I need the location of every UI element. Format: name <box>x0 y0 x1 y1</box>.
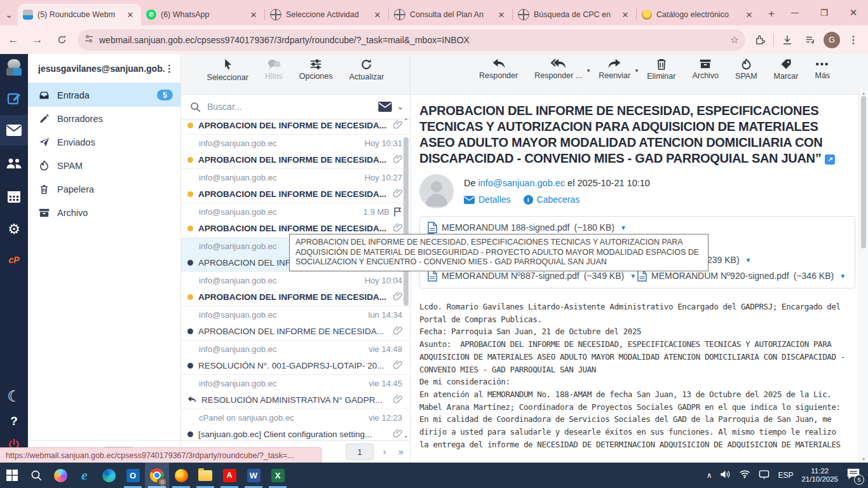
scroll-up-icon[interactable]: ▲ <box>403 116 409 121</box>
search-bar[interactable]: Buscar... ⌄ <box>181 94 410 119</box>
message-row[interactable]: info@sanjuan.gob.ecHoy 10:04 APROBACION … <box>181 272 410 306</box>
acrobat-button[interactable]: A <box>217 463 241 488</box>
open-in-new-window-icon[interactable]: ↗ <box>825 154 835 165</box>
help-icon[interactable]: ? <box>10 414 18 428</box>
refresh-button[interactable]: Actualizar <box>349 58 384 81</box>
tab-search-chevron-icon[interactable]: ⌄ <box>0 4 18 25</box>
wifi-icon[interactable] <box>739 470 750 481</box>
taskbar-search-button[interactable] <box>24 463 48 488</box>
mail-icon[interactable] <box>0 115 28 146</box>
forward-button[interactable]: Reenviar ▾ <box>599 58 630 80</box>
options-button[interactable]: Opciones <box>299 58 333 81</box>
firefox-button[interactable] <box>169 463 193 488</box>
outlook-button[interactable]: O <box>121 463 145 488</box>
message-row[interactable]: cPanel on sanjuan.gob.ecvie 12:23 [sanju… <box>181 409 410 444</box>
scroll-up-icon[interactable]: ▲ <box>860 91 867 95</box>
attachment-menu-caret-icon[interactable]: ▼ <box>839 273 846 280</box>
tab-consulta-plan[interactable]: Consulta del Plan An ✕ <box>389 4 512 25</box>
from-email-link[interactable]: info@sanjuan.gob.ec <box>478 178 565 188</box>
forward-icon[interactable]: → <box>27 29 48 51</box>
reader-scrollbar[interactable]: ▲ ▼ <box>858 90 868 463</box>
list-scrollbar[interactable]: ▲ ▼ <box>403 114 409 440</box>
internet-explorer-button[interactable]: e <box>72 463 97 488</box>
excel-button[interactable]: X <box>266 463 290 488</box>
more-button[interactable]: ••• Más <box>815 58 830 80</box>
archive-button[interactable]: Archivo <box>692 58 719 80</box>
close-window-button[interactable]: ✕ <box>839 0 868 25</box>
search-options-caret-icon[interactable]: ⌄ <box>397 102 403 111</box>
headers-link[interactable]: i Cabeceras <box>524 194 580 205</box>
file-explorer-button[interactable] <box>193 463 217 488</box>
reply-button[interactable]: Responder <box>479 58 518 80</box>
folder-entrada[interactable]: Entrada 5 <box>28 83 180 107</box>
reply-all-caret-icon[interactable]: ▾ <box>587 67 590 74</box>
account-header[interactable]: jesusgavilanes@sanjuan.gob.... ⋮ <box>28 54 180 83</box>
minimize-button[interactable]: — <box>780 0 810 25</box>
message-row[interactable]: info@sanjuan.gob.ec 1.9 MB APROBACION DE… <box>181 203 410 238</box>
folder-borradores[interactable]: Borradores <box>28 107 180 130</box>
folder-spam[interactable]: SPAM <box>28 154 180 177</box>
message-row[interactable]: info@sanjuan.gob.ecHoy 10:31 APROBACION … <box>181 135 410 169</box>
mark-button[interactable]: Marcar <box>774 58 799 81</box>
reading-list-icon[interactable] <box>801 30 820 50</box>
attachment-item[interactable]: MEMORANDUM Nº887-signed.pdf (~349 KB) ▼ <box>428 270 636 281</box>
tray-expand-icon[interactable]: ∧ <box>707 471 712 480</box>
site-info-icon[interactable] <box>84 34 94 46</box>
word-button[interactable]: W <box>241 463 266 488</box>
attachment-menu-caret-icon[interactable]: ▼ <box>630 273 636 280</box>
flag-icon[interactable] <box>393 207 402 217</box>
list-scrollbar-thumb[interactable] <box>403 137 409 306</box>
tab-seleccione-actividad[interactable]: Seleccione Actividad ✕ <box>265 4 388 25</box>
folder-papelera[interactable]: Papelera <box>28 177 180 201</box>
message-row[interactable]: info@sanjuan.gob.ecHoy 10:27 APROBACION … <box>181 169 410 203</box>
tab-busqueda-cpc[interactable]: Búsqueda de CPC en ✕ <box>513 4 636 25</box>
calendar-icon[interactable] <box>0 184 28 209</box>
extensions-icon[interactable] <box>750 30 770 50</box>
restore-button[interactable]: ❐ <box>810 0 839 25</box>
attachment-item[interactable]: MEMORANDUM 188-signed.pdf (~180 KB) ▼ <box>428 222 627 233</box>
scroll-down-icon[interactable]: ▼ <box>860 457 867 461</box>
folder-archivo[interactable]: Archivo <box>28 201 180 224</box>
attachment-menu-caret-icon[interactable]: ▼ <box>745 257 752 264</box>
search-placeholder[interactable]: Buscar... <box>207 102 378 112</box>
profile-avatar[interactable]: G <box>824 32 840 48</box>
tab-catalogo-electronico[interactable]: Catálogo electrónico ✕ <box>637 4 760 25</box>
reader-scrollbar-thumb[interactable] <box>861 96 866 248</box>
reply-all-button[interactable]: Responder ... ▾ <box>534 58 582 80</box>
tab-close-icon[interactable]: ✕ <box>248 9 259 20</box>
tab-close-icon[interactable]: ✕ <box>372 9 383 20</box>
forward-caret-icon[interactable]: ▾ <box>635 67 639 74</box>
scroll-down-icon[interactable]: ▼ <box>403 435 409 439</box>
notification-center-button[interactable]: 5 <box>846 468 862 483</box>
delete-button[interactable]: Eliminar <box>647 58 675 81</box>
message-row[interactable]: info@sanjuan.gob.ecvie 14:45 RESOLUCIÓN … <box>181 375 410 409</box>
back-icon[interactable]: ← <box>3 29 24 51</box>
url-bar[interactable]: webmail.sanjuan.gob.ec/cpsess9740179367/… <box>78 29 745 51</box>
language-indicator[interactable]: ESP <box>778 471 793 480</box>
tab-whatsapp[interactable]: ✆ (6) WhatsApp ✕ <box>141 4 264 25</box>
folder-enviados[interactable]: Enviados <box>28 130 180 154</box>
threads-button[interactable]: Hilos <box>265 58 283 81</box>
tab-close-icon[interactable]: ✕ <box>125 9 136 20</box>
details-link[interactable]: Detalles <box>464 194 511 205</box>
select-button[interactable]: Seleccionar <box>207 58 248 82</box>
tab-close-icon[interactable]: ✕ <box>743 9 755 20</box>
edge-button[interactable] <box>97 463 121 488</box>
volume-icon[interactable] <box>720 470 731 482</box>
downloads-icon[interactable] <box>778 30 797 50</box>
roundcube-logo-icon[interactable] <box>6 59 22 76</box>
bookmark-star-icon[interactable]: ☆ <box>730 34 739 46</box>
url-text[interactable]: webmail.sanjuan.gob.ec/cpsess9740179367/… <box>99 35 730 45</box>
compose-icon[interactable] <box>0 86 28 111</box>
tab-close-icon[interactable]: ✕ <box>620 9 631 20</box>
next-page-icon[interactable]: › <box>376 447 393 457</box>
message-row[interactable]: info@sanjuan.gob.eclun 14:34 APROBACION … <box>181 306 410 341</box>
chrome-button[interactable]: G <box>145 463 169 488</box>
new-tab-button[interactable]: + <box>763 5 780 23</box>
contacts-icon[interactable] <box>0 151 28 176</box>
cpanel-icon[interactable]: cP <box>0 247 28 273</box>
page-number-input[interactable]: 1 <box>346 444 374 460</box>
taskbar-clock[interactable]: 11:22 21/10/2025 <box>801 467 838 484</box>
reload-icon[interactable] <box>51 29 72 51</box>
start-button[interactable] <box>0 463 24 488</box>
